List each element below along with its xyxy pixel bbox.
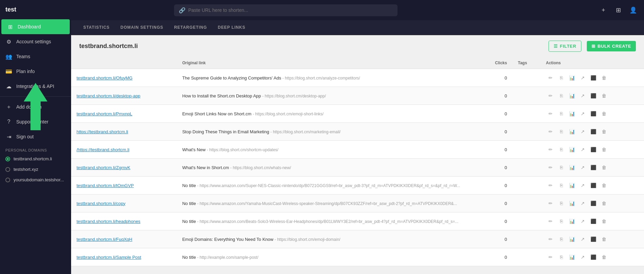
table-row: testbrand.shortcm.li/FuqXqH Emoji Domain…: [71, 230, 644, 248]
tab-domain-settings[interactable]: DOMAIN SETTINGS: [115, 21, 169, 35]
add-button[interactable]: +: [598, 5, 609, 16]
sidebar-item-teams[interactable]: 👥 Teams: [0, 49, 71, 64]
share-icon[interactable]: ↗: [578, 252, 587, 262]
stats-icon[interactable]: 📊: [567, 252, 577, 262]
delete-icon[interactable]: 🗑: [599, 181, 609, 190]
share-icon[interactable]: ↗: [578, 109, 587, 118]
edit-icon[interactable]: ✏: [546, 216, 555, 226]
copy-icon[interactable]: ⎘: [557, 91, 566, 100]
archive-icon[interactable]: ⬛: [589, 91, 598, 100]
domain-item-testbrand[interactable]: testbrand.shortcm.li: [0, 154, 71, 164]
delete-icon[interactable]: 🗑: [599, 216, 609, 226]
copy-icon[interactable]: ⎘: [557, 163, 566, 172]
copy-icon[interactable]: ⎘: [557, 199, 566, 208]
delete-icon[interactable]: 🗑: [599, 234, 609, 244]
copy-icon[interactable]: ⎘: [557, 109, 566, 118]
sidebar-item-integrations[interactable]: ☁ Integrations & API: [0, 79, 71, 94]
share-icon[interactable]: ↗: [578, 199, 587, 208]
archive-icon[interactable]: ⬛: [589, 199, 598, 208]
short-link[interactable]: testbrand.shortcm.li/OfuyMG: [77, 75, 132, 81]
share-icon[interactable]: ↗: [578, 145, 587, 154]
short-link[interactable]: testbrand.shortcm.li/ZgrnvK: [77, 165, 130, 170]
edit-icon[interactable]: ✏: [546, 163, 555, 172]
stats-icon[interactable]: 📊: [567, 127, 577, 136]
delete-icon[interactable]: 🗑: [599, 145, 609, 154]
bulk-create-button[interactable]: ⊞ BULK CREATE: [587, 41, 636, 51]
edit-icon[interactable]: ✏: [546, 73, 555, 83]
copy-icon[interactable]: ⎘: [557, 145, 566, 154]
short-link[interactable]: testbrand.shortcm.li/headphones: [77, 219, 141, 224]
copy-icon[interactable]: ⎘: [557, 127, 566, 136]
user-menu-button[interactable]: 👤: [628, 5, 639, 16]
stats-icon[interactable]: 📊: [567, 234, 577, 244]
delete-icon[interactable]: 🗑: [599, 252, 609, 262]
share-icon[interactable]: ↗: [578, 127, 587, 136]
share-icon[interactable]: ↗: [578, 181, 587, 190]
edit-icon[interactable]: ✏: [546, 234, 555, 244]
edit-icon[interactable]: ✏: [546, 199, 555, 208]
delete-icon[interactable]: 🗑: [599, 163, 609, 172]
short-link[interactable]: testbrand.shortcm.li/PmxnpL: [77, 111, 132, 116]
short-link[interactable]: https://testbrand.shortcm.li: [77, 129, 128, 134]
edit-icon[interactable]: ✏: [546, 145, 555, 154]
archive-icon[interactable]: ⬛: [589, 73, 598, 83]
sidebar-item-support[interactable]: ? Support Center: [0, 114, 71, 129]
sidebar-item-add-domain[interactable]: ＋ Add domain: [0, 99, 71, 114]
tab-retargeting[interactable]: RETARGETING: [169, 21, 212, 35]
sidebar-item-dashboard[interactable]: ⊞ Dashboard: [1, 19, 70, 34]
archive-icon[interactable]: ⬛: [589, 127, 598, 136]
archive-icon[interactable]: ⬛: [589, 234, 598, 244]
archive-icon[interactable]: ⬛: [589, 181, 598, 190]
share-icon[interactable]: ↗: [578, 216, 587, 226]
short-link[interactable]: /https://testbrand.shortcm.li: [77, 147, 129, 152]
sidebar-item-plan-info[interactable]: 💳 Plan info: [0, 64, 71, 79]
stats-icon[interactable]: 📊: [567, 181, 577, 190]
delete-icon[interactable]: 🗑: [599, 199, 609, 208]
url-shortener-input[interactable]: [188, 7, 393, 13]
delete-icon[interactable]: 🗑: [599, 91, 609, 100]
archive-icon[interactable]: ⬛: [589, 163, 598, 172]
edit-icon[interactable]: ✏: [546, 109, 555, 118]
stats-icon[interactable]: 📊: [567, 163, 577, 172]
stats-icon[interactable]: 📊: [567, 91, 577, 100]
sidebar-item-signout[interactable]: ⇥ Sign out: [0, 129, 71, 144]
copy-icon[interactable]: ⎘: [557, 181, 566, 190]
delete-icon[interactable]: 🗑: [599, 73, 609, 83]
archive-icon[interactable]: ⬛: [589, 216, 598, 226]
grid-view-button[interactable]: ⊞: [613, 5, 624, 16]
copy-icon[interactable]: ⎘: [557, 252, 566, 262]
delete-icon[interactable]: 🗑: [599, 109, 609, 118]
delete-icon[interactable]: 🗑: [599, 127, 609, 136]
copy-icon[interactable]: ⎘: [557, 234, 566, 244]
stats-icon[interactable]: 📊: [567, 73, 577, 83]
edit-icon[interactable]: ✏: [546, 91, 555, 100]
short-link[interactable]: testbrand.shortcm.li/FuqXqH: [77, 237, 132, 242]
stats-icon[interactable]: 📊: [567, 199, 577, 208]
short-link[interactable]: testbrand.shortcm.li/desktop-app: [77, 93, 141, 98]
edit-icon[interactable]: ✏: [546, 181, 555, 190]
edit-icon[interactable]: ✏: [546, 127, 555, 136]
stats-icon[interactable]: 📊: [567, 216, 577, 226]
short-link[interactable]: testbrand.shortcm.li/copy: [77, 201, 126, 206]
archive-icon[interactable]: ⬛: [589, 145, 598, 154]
share-icon[interactable]: ↗: [578, 91, 587, 100]
archive-icon[interactable]: ⬛: [589, 252, 598, 262]
short-link[interactable]: testbrand.shortcm.li/Sample Post: [77, 255, 141, 260]
sidebar-item-account-settings[interactable]: ⚙ Account settings: [0, 34, 71, 49]
copy-icon[interactable]: ⎘: [557, 73, 566, 83]
archive-icon[interactable]: ⬛: [589, 109, 598, 118]
domain-item-yoursubdomain[interactable]: yoursubdomain.testshor...: [0, 175, 71, 185]
share-icon[interactable]: ↗: [578, 73, 587, 83]
tab-statistics[interactable]: STATISTICS: [78, 21, 115, 35]
url-input-wrapper[interactable]: 🔗: [174, 4, 398, 16]
copy-icon[interactable]: ⎘: [557, 216, 566, 226]
stats-icon[interactable]: 📊: [567, 145, 577, 154]
short-link[interactable]: testbrand.shortcm.li/tOmGVP: [77, 183, 134, 188]
share-icon[interactable]: ↗: [578, 234, 587, 244]
edit-icon[interactable]: ✏: [546, 252, 555, 262]
filter-button[interactable]: ☰ FILTER: [549, 41, 581, 52]
tab-deep-links[interactable]: DEEP LINKS: [212, 21, 251, 35]
stats-icon[interactable]: 📊: [567, 109, 577, 118]
share-icon[interactable]: ↗: [578, 163, 587, 172]
domain-item-testshort[interactable]: testshort.xyz: [0, 164, 71, 175]
